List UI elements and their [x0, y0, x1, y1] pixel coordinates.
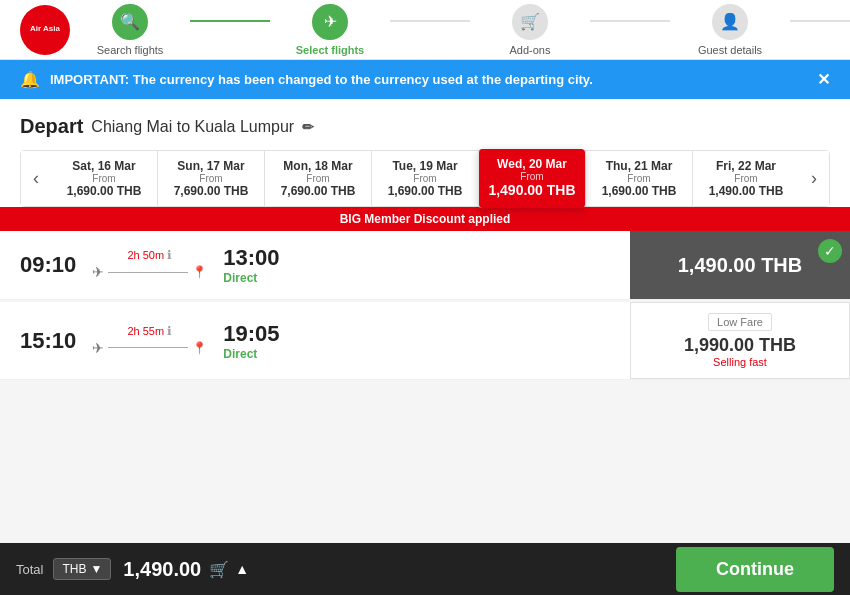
flight-info-1: 15:10 2h 55m ℹ ✈ 📍 19:05 Direct: [0, 302, 630, 379]
bell-icon: 🔔: [20, 70, 40, 89]
step-label-addons: Add-ons: [510, 44, 551, 56]
banner-text: IMPORTANT: The currency has been changed…: [50, 72, 593, 87]
flight-price-box-0[interactable]: ✓ 1,490.00 THB: [630, 231, 850, 299]
cart-icon: 🛒: [209, 560, 229, 579]
continue-button[interactable]: Continue: [676, 547, 834, 592]
currency-chevron-icon: ▼: [90, 562, 102, 576]
date-price-1: 7,690.00 THB: [162, 184, 260, 198]
depart-title: Depart Chiang Mai to Kuala Lumpur ✏: [20, 115, 830, 138]
flight-duration-1: 2h 55m ℹ ✈ 📍: [92, 324, 207, 358]
footer-total-label: Total: [16, 562, 43, 577]
flight-line-0: [108, 272, 188, 273]
step-circle-search: 🔍: [112, 4, 148, 40]
flight-stop-0: Direct: [223, 271, 279, 285]
date-price-0: 1,690.00 THB: [55, 184, 153, 198]
currency-selector[interactable]: THB ▼: [53, 558, 111, 580]
date-item-1[interactable]: Sun, 17 Mar From 7,690.00 THB: [157, 151, 264, 206]
flight-price-box-1[interactable]: Low Fare 1,990.00 THB Selling fast: [630, 302, 850, 379]
step-guest[interactable]: 👤 Guest details: [670, 4, 790, 56]
step-addons[interactable]: 🛒 Add-ons: [470, 4, 590, 56]
pin-icon-0: 📍: [192, 265, 207, 279]
currency-banner: 🔔 IMPORTANT: The currency has been chang…: [0, 60, 850, 99]
currency-label: THB: [62, 562, 86, 576]
header: Air Asia 🔍 Search flights ✈ Select fligh…: [0, 0, 850, 60]
banner-close-button[interactable]: ✕: [817, 70, 830, 89]
low-fare-price-1: 1,990.00 THB: [684, 335, 796, 356]
date-price-5: 1,690.00 THB: [590, 184, 688, 198]
date-from-5: From: [590, 173, 688, 184]
connector-2: [390, 20, 470, 22]
date-day-0: Sat, 16 Mar: [55, 159, 153, 173]
info-icon-1[interactable]: ℹ: [167, 324, 172, 338]
duration-line-1: ✈ 📍: [92, 340, 207, 356]
pin-icon-1: 📍: [192, 341, 207, 355]
date-item-2[interactable]: Mon, 18 Mar From 7,690.00 THB: [264, 151, 371, 206]
date-day-6: Fri, 22 Mar: [697, 159, 795, 173]
flight-arrive-block-1: 19:05 Direct: [223, 321, 279, 361]
date-from-1: From: [162, 173, 260, 184]
date-day-4: Wed, 20 Mar: [483, 157, 581, 171]
step-circle-addons: 🛒: [512, 4, 548, 40]
flight-info-0: 09:10 2h 50m ℹ ✈ 📍 13:00 Direct: [0, 231, 630, 299]
date-price-6: 1,490.00 THB: [697, 184, 795, 198]
flight-line-1: [108, 347, 188, 348]
selling-fast-label-1: Selling fast: [713, 356, 767, 368]
footer-price: 1,490.00: [123, 558, 201, 581]
big-member-text: BIG Member Discount applied: [340, 212, 511, 226]
date-day-5: Thu, 21 Mar: [590, 159, 688, 173]
step-label-search: Search flights: [97, 44, 164, 56]
date-prev-button[interactable]: ‹: [21, 151, 51, 206]
connector-3: [590, 20, 670, 22]
date-day-1: Sun, 17 Mar: [162, 159, 260, 173]
flight-depart-time-0: 09:10: [20, 252, 76, 278]
date-price-4: 1,490.00 THB: [483, 182, 581, 198]
depart-label: Depart: [20, 115, 83, 138]
low-fare-label-1: Low Fare: [708, 313, 772, 331]
date-from-0: From: [55, 173, 153, 184]
flight-row-1: 15:10 2h 55m ℹ ✈ 📍 19:05 Direct Low Fare: [0, 302, 850, 380]
flight-arrive-time-1: 19:05: [223, 321, 279, 347]
date-from-4: From: [483, 171, 581, 182]
step-circle-select: ✈: [312, 4, 348, 40]
plane-icon-0: ✈: [92, 264, 104, 280]
date-item-5[interactable]: Thu, 21 Mar From 1,690.00 THB: [585, 151, 692, 206]
date-from-3: From: [376, 173, 474, 184]
date-price-3: 1,690.00 THB: [376, 184, 474, 198]
main-content: Depart Chiang Mai to Kuala Lumpur ✏ ‹ Sa…: [0, 99, 850, 207]
date-price-2: 7,690.00 THB: [269, 184, 367, 198]
depart-route: Chiang Mai to Kuala Lumpur: [91, 118, 294, 136]
info-icon-0[interactable]: ℹ: [167, 248, 172, 262]
step-circle-guest: 👤: [712, 4, 748, 40]
flight-stop-1: Direct: [223, 347, 279, 361]
flight-price-amount-0: 1,490.00 THB: [678, 254, 803, 277]
duration-time-1: 2h 55m ℹ: [127, 324, 172, 338]
date-item-6[interactable]: Fri, 22 Mar From 1,490.00 THB: [692, 151, 799, 206]
flight-arrive-block-0: 13:00 Direct: [223, 245, 279, 285]
step-label-select: Select flights: [296, 44, 364, 56]
step-label-guest: Guest details: [698, 44, 762, 56]
connector-1: [190, 20, 270, 22]
date-from-2: From: [269, 173, 367, 184]
date-day-3: Tue, 19 Mar: [376, 159, 474, 173]
edit-icon[interactable]: ✏: [302, 119, 314, 135]
date-from-6: From: [697, 173, 795, 184]
flight-depart-time-1: 15:10: [20, 328, 76, 354]
date-item-3[interactable]: Tue, 19 Mar From 1,690.00 THB: [371, 151, 478, 206]
date-item-4[interactable]: Wed, 20 Mar From 1,490.00 THB: [478, 149, 585, 208]
big-member-banner: BIG Member Discount applied: [0, 207, 850, 231]
date-item-0[interactable]: Sat, 16 Mar From 1,690.00 THB: [51, 151, 157, 206]
step-select[interactable]: ✈ Select flights: [270, 4, 390, 56]
flights-container: 09:10 2h 50m ℹ ✈ 📍 13:00 Direct ✓ 1,4: [0, 231, 850, 380]
date-day-2: Mon, 18 Mar: [269, 159, 367, 173]
flight-duration-0: 2h 50m ℹ ✈ 📍: [92, 248, 207, 282]
date-next-button[interactable]: ›: [799, 151, 829, 206]
up-arrow-icon[interactable]: ▲: [235, 561, 249, 577]
step-search[interactable]: 🔍 Search flights: [70, 4, 190, 56]
plane-icon-1: ✈: [92, 340, 104, 356]
date-selector: ‹ Sat, 16 Mar From 1,690.00 THB Sun, 17 …: [20, 150, 830, 207]
connector-4: [790, 20, 850, 22]
duration-time-0: 2h 50m ℹ: [127, 248, 172, 262]
progress-steps: 🔍 Search flights ✈ Select flights 🛒 Add-…: [70, 4, 850, 56]
flight-row-0: 09:10 2h 50m ℹ ✈ 📍 13:00 Direct ✓ 1,4: [0, 231, 850, 300]
footer: Total THB ▼ 1,490.00 🛒 ▲ Continue: [0, 543, 850, 595]
